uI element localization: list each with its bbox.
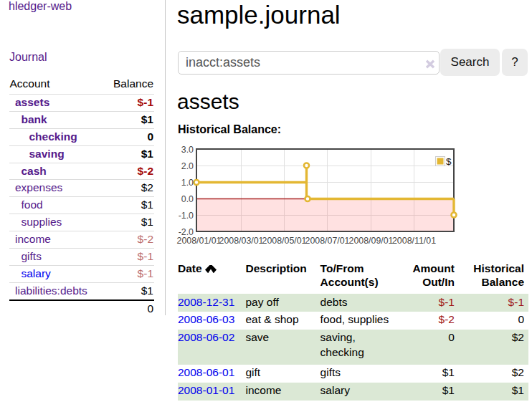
svg-text:2008/03/01: 2008/03/01	[219, 236, 263, 246]
svg-text:0.0: 0.0	[181, 194, 194, 204]
svg-text:-1.0: -1.0	[179, 211, 194, 221]
svg-text:2008/09/01: 2008/09/01	[348, 236, 393, 246]
svg-text:2008/11/01: 2008/11/01	[392, 236, 436, 246]
svg-text:3.0: 3.0	[181, 145, 194, 155]
svg-text:$: $	[446, 156, 452, 167]
svg-text:1.0: 1.0	[181, 178, 194, 188]
svg-text:2.0: 2.0	[181, 161, 194, 171]
svg-text:2008/07/01: 2008/07/01	[305, 236, 349, 246]
svg-text:2008/05/01: 2008/05/01	[262, 236, 306, 246]
svg-text:2008/01/01: 2008/01/01	[176, 236, 221, 246]
